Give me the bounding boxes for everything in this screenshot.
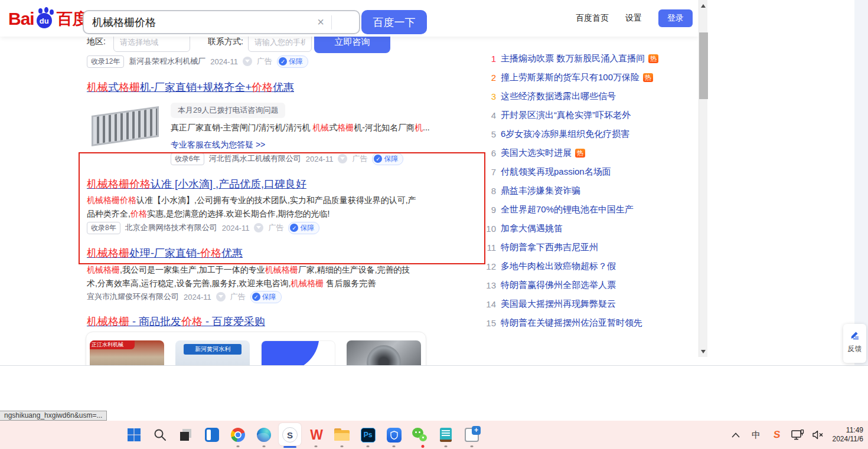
taskbar-app-layers[interactable] xyxy=(173,421,199,449)
system-tray: 中 S xyxy=(728,421,865,449)
result-meta: 收录6年 河北哲禹水工机械有限公司 2024-11 广告 ✓保障 xyxy=(171,153,403,165)
scroll-down-arrow-icon[interactable] xyxy=(699,347,708,356)
indexed-years-badge: 收录12年 xyxy=(87,55,124,68)
tray-volume[interactable] xyxy=(811,423,826,447)
result-thumbnail-image[interactable] xyxy=(87,100,164,151)
blue-shape xyxy=(261,340,324,366)
hot-item[interactable]: 9全世界超70%的锂电池在中国生产 xyxy=(483,200,666,219)
hot-rank: 3 xyxy=(483,91,496,101)
hot-item[interactable]: 8鼎益丰涉嫌集资诈骗 xyxy=(483,181,666,200)
product-image[interactable]: 正江水利机械 xyxy=(90,340,164,366)
hot-title-link[interactable]: 这些经济数据透露出哪些信号 xyxy=(501,91,616,102)
secure-badge: ✓保障 xyxy=(250,291,282,303)
taskbar-security-app[interactable] xyxy=(381,421,407,449)
login-button[interactable]: 登录 xyxy=(658,9,693,27)
hot-title-link[interactable]: 鼎益丰涉嫌集资诈骗 xyxy=(501,185,580,196)
search-input[interactable] xyxy=(84,16,310,28)
windows-logo-icon xyxy=(127,428,141,442)
product-image[interactable] xyxy=(347,340,421,366)
hot-item[interactable]: 15特朗普在关键摇摆州佐治亚暂时领先 xyxy=(483,313,666,332)
hot-item[interactable]: 10加拿大偶遇姚笛 xyxy=(483,219,666,238)
taskbar-icons: S W Ps xyxy=(121,421,485,449)
hot-item[interactable]: 6美国大选实时进展热 xyxy=(483,143,666,162)
result-title-link[interactable]: 机械格栅 - 商品批发价格 - 百度爱采购 xyxy=(87,314,265,329)
contact-label: 联系方式: xyxy=(208,37,243,47)
hot-title-link[interactable]: 特朗普拿下西弗吉尼亚州 xyxy=(501,242,598,253)
hot-title-link[interactable]: 6岁女孩冷冻卵巢组织免化疗损害 xyxy=(501,129,629,140)
result-title-link[interactable]: 机械格栅价格认准 [小水滴] ,产品优质,口碑良好 xyxy=(87,177,306,191)
taskbar-wps[interactable]: W xyxy=(303,421,329,449)
hot-title-link[interactable]: 付航领奖再现passion名场面 xyxy=(501,166,611,178)
result-date: 2024-11 xyxy=(306,155,334,163)
hot-item[interactable]: 7付航领奖再现passion名场面 xyxy=(483,162,666,181)
hot-item[interactable]: 11特朗普拿下西弗吉尼亚州 xyxy=(483,238,666,257)
taskbar-photoshop[interactable]: Ps xyxy=(355,421,381,449)
scrollbar-thumb[interactable] xyxy=(699,32,708,99)
hot-title-link[interactable]: 特朗普在关键摇摆州佐治亚暂时领先 xyxy=(501,317,642,329)
hot-title-link[interactable]: 全世界超70%的锂电池在中国生产 xyxy=(501,204,634,215)
hot-item[interactable]: 1主播煽动吹票 数万新股民涌入直播间热 xyxy=(483,49,666,68)
taskbar-new-window-app[interactable]: + xyxy=(459,421,485,449)
hot-item[interactable]: 4开封景区演出“真枪实弹”吓坏老外 xyxy=(483,106,666,124)
secure-badge: ✓保障 xyxy=(372,153,403,165)
baidu-search-button[interactable]: 百度一下 xyxy=(361,10,427,34)
hot-item[interactable]: 3这些经济数据透露出哪些信号 xyxy=(483,87,666,106)
taskbar-file-explorer[interactable] xyxy=(329,421,355,449)
hot-title-link[interactable]: 美国最大摇摆州再现舞弊疑云 xyxy=(501,299,616,310)
ad-label: 广告 xyxy=(257,56,272,67)
hot-item[interactable]: 13特朗普赢得佛州全部选举人票 xyxy=(483,276,666,294)
product-image[interactable] xyxy=(261,340,335,366)
chevron-down-icon[interactable] xyxy=(243,57,252,66)
hot-title-link[interactable]: 多地牛肉检出致癌物超标？假 xyxy=(501,261,616,272)
hot-rank: 13 xyxy=(483,280,496,290)
result-title-link[interactable]: 机械式格栅机-厂家直销+规格齐全+价格优惠 xyxy=(87,80,294,94)
chevron-down-icon[interactable] xyxy=(338,154,347,163)
hot-item[interactable]: 56岁女孩冷冻卵巢组织免化疗损害 xyxy=(483,124,666,143)
taskbar-wechat[interactable] xyxy=(407,421,433,449)
tray-ime-indicator[interactable]: 中 xyxy=(749,423,764,447)
customer-service-link[interactable]: 专业客服在线为您答疑 >> xyxy=(171,140,265,150)
chevron-down-icon[interactable] xyxy=(216,292,226,301)
hot-item[interactable]: 12多地牛肉检出致癌物超标？假 xyxy=(483,257,666,276)
scroll-up-arrow-icon[interactable] xyxy=(699,1,708,10)
hot-title-link[interactable]: 特朗普赢得佛州全部选举人票 xyxy=(501,280,616,291)
chevron-up-icon xyxy=(732,432,740,438)
taskbar-chrome[interactable] xyxy=(225,421,251,449)
product-image-banner: 新河黄河水利 xyxy=(184,344,242,355)
start-button[interactable] xyxy=(121,421,147,449)
company-name: 河北哲禹水工机械有限公司 xyxy=(209,153,301,164)
hot-title-link[interactable]: 加拿大偶遇姚笛 xyxy=(501,223,563,234)
hot-item[interactable]: 14美国最大摇摆州再现舞弊疑云 xyxy=(483,294,666,313)
indexed-years-badge: 收录8年 xyxy=(87,222,120,234)
taskbar-notes-app[interactable] xyxy=(433,421,459,449)
browser-bottom-border xyxy=(0,365,868,366)
hot-title-link[interactable]: 开封景区演出“真枪实弹”吓坏老外 xyxy=(501,110,631,121)
hot-rank: 12 xyxy=(483,261,496,271)
baidu-logo[interactable]: Bai du 百度 xyxy=(8,6,89,31)
taskbar-search-button[interactable] xyxy=(147,421,173,449)
nav-settings[interactable]: 设置 xyxy=(625,13,642,24)
result-description: 机械格栅,我公司是一家集生产,加工于一体的专业机械格栅厂家,精细的生产设备,完善… xyxy=(87,263,419,290)
hot-item[interactable]: 2撞上劳斯莱斯的货车只有100万保险热 xyxy=(483,68,666,87)
product-image[interactable]: 新河黄河水利 xyxy=(175,340,250,366)
tray-show-hidden-icons[interactable] xyxy=(728,423,743,447)
result-meta: 宜兴市氿耀俊环保有限公司 2024-11 广告 ✓保障 xyxy=(87,291,282,303)
hot-title-link[interactable]: 美国大选实时进展 xyxy=(501,148,572,159)
ad-label: 广告 xyxy=(268,222,283,233)
taskbar-sogou-browser-active[interactable]: S xyxy=(277,421,303,449)
taskbar-app-panel[interactable] xyxy=(199,421,225,449)
photoshop-icon: Ps xyxy=(361,428,376,443)
clear-icon[interactable]: × xyxy=(310,15,331,29)
vertical-scrollbar[interactable] xyxy=(699,0,707,357)
nav-baidu-home[interactable]: 百度首页 xyxy=(576,13,609,24)
result-title-link[interactable]: 机械格栅处理-厂家直销-价格优惠 xyxy=(87,246,243,260)
feedback-button[interactable]: 反馈 xyxy=(843,324,866,363)
tray-sogou[interactable]: S xyxy=(769,423,785,447)
chevron-down-icon[interactable] xyxy=(254,223,263,232)
hot-title-link[interactable]: 主播煽动吹票 数万新股民涌入直播间 xyxy=(501,53,645,64)
hot-badge: 热 xyxy=(648,54,658,63)
tray-network[interactable] xyxy=(790,423,805,447)
hot-title-link[interactable]: 撞上劳斯莱斯的货车只有100万保险 xyxy=(501,72,639,83)
taskbar-edge[interactable] xyxy=(251,421,277,449)
tray-clock[interactable]: 11:49 2024/11/6 xyxy=(831,423,865,447)
